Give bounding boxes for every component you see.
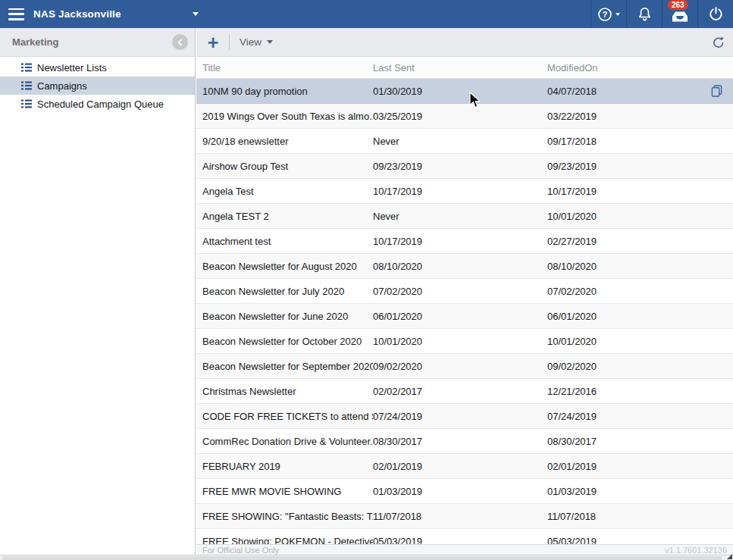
notification-count-badge: 263	[668, 0, 688, 10]
app-window: NAS Jacksonville ?	[0, 0, 733, 560]
resize-grip-icon[interactable]	[727, 554, 732, 559]
row-modified-on: 07/02/2020	[547, 286, 700, 297]
row-title: Christmas Newsletter	[202, 386, 373, 397]
row-last-sent: Never	[373, 211, 547, 222]
row-title: FEBRUARY 2019	[202, 461, 373, 472]
chevron-down-icon	[616, 13, 620, 16]
row-last-sent: 06/01/2020	[373, 311, 547, 322]
bell-icon	[637, 6, 653, 22]
row-last-sent: 09/23/2019	[373, 161, 547, 172]
inbox-icon	[671, 11, 689, 23]
sidebar-collapse-button[interactable]	[172, 34, 188, 50]
sidebar-items: Newsletter Lists Campaigns S	[0, 57, 195, 113]
row-title: CODE FOR FREE TICKETS to attend S...	[202, 411, 373, 422]
inbox-button[interactable]: 263	[662, 0, 697, 28]
row-last-sent: 01/30/2019	[373, 86, 547, 97]
table-row[interactable]: Beacon Newsletter for June 2020 06/01/20…	[196, 304, 733, 329]
row-title: 2019 Wings Over South Texas is almo...	[202, 111, 373, 122]
sidebar-item-label: Campaigns	[37, 80, 87, 92]
sidebar-item-label: Newsletter Lists	[37, 62, 107, 74]
table-row[interactable]: Beacon Newsletter for October 2020 10/01…	[196, 329, 733, 354]
row-modified-on: 09/17/2018	[547, 136, 700, 147]
table-row[interactable]: CODE FOR FREE TICKETS to attend S... 07/…	[196, 404, 733, 429]
svg-text:?: ?	[602, 10, 607, 19]
page-title: NAS Jacksonville	[33, 8, 121, 20]
table-body: 10NM 90 day promotion 01/30/2019 04/07/2…	[196, 79, 733, 554]
table-row[interactable]: 2019 Wings Over South Texas is almo... 0…	[196, 104, 733, 129]
toolbar-divider	[229, 35, 230, 49]
row-title: Airshow Group Test	[202, 161, 373, 172]
table-row[interactable]: Beacon Newsletter for August 2020 08/10/…	[196, 254, 733, 279]
row-modified-on: 01/03/2019	[547, 486, 700, 497]
row-modified-on: 03/22/2019	[547, 111, 700, 122]
sidebar-item-scheduled-campaign-queue[interactable]: Scheduled Campaign Queue	[0, 95, 195, 113]
logout-button[interactable]	[697, 0, 733, 28]
help-icon: ?	[597, 7, 612, 22]
status-bar: For Official Use Only v1.1.7601.32136	[196, 544, 733, 555]
copy-icon[interactable]	[711, 84, 722, 98]
table-row[interactable]: Beacon Newsletter for September 2020 09/…	[196, 354, 733, 379]
table-row[interactable]: FEBRUARY 2019 02/01/2019 02/01/2019	[196, 454, 733, 479]
row-modified-on: 08/30/2017	[547, 436, 700, 447]
column-header-title[interactable]: Title	[202, 62, 373, 74]
chevron-down-icon	[193, 12, 199, 16]
scrollbar-thumb[interactable]	[2, 556, 722, 560]
row-modified-on: 11/07/2018	[547, 511, 700, 522]
sidebar-item-newsletter-lists[interactable]: Newsletter Lists	[0, 58, 195, 77]
row-last-sent: 10/17/2019	[373, 236, 547, 247]
horizontal-scrollbar[interactable]	[0, 555, 733, 560]
row-last-sent: 02/02/2017	[373, 386, 547, 397]
table-row[interactable]: 9/20/18 enewsletter Never 09/17/2018	[196, 129, 733, 154]
row-modified-on: 04/07/2018	[547, 86, 700, 97]
table-row[interactable]: 10NM 90 day promotion 01/30/2019 04/07/2…	[196, 79, 733, 104]
power-icon	[708, 6, 724, 22]
row-modified-on: 07/24/2019	[547, 411, 700, 422]
view-dropdown[interactable]: View	[240, 36, 273, 48]
row-title: FREE MWR MOVIE SHOWING	[202, 486, 373, 497]
table-row[interactable]: FREE MWR MOVIE SHOWING 01/03/2019 01/03/…	[196, 479, 733, 504]
notifications-button[interactable]	[626, 0, 662, 28]
row-title: 10NM 90 day promotion	[202, 86, 373, 97]
row-title: CommRec Donation Drive & Volunteer...	[202, 436, 373, 447]
column-header-modified-on[interactable]: ModifiedOn	[547, 62, 700, 74]
table-row[interactable]: Airshow Group Test 09/23/2019 09/23/2019	[196, 154, 733, 179]
version-label: v1.1.7601.32136	[665, 546, 727, 555]
row-modified-on: 09/02/2020	[547, 361, 700, 372]
row-title: FREE SHOWING: "Fantastic Beasts: T...	[202, 511, 373, 522]
row-last-sent: 09/02/2020	[373, 361, 547, 372]
column-header-last-sent[interactable]: Last Sent	[373, 62, 547, 74]
hamburger-icon[interactable]	[8, 8, 24, 20]
row-title: 9/20/18 enewsletter	[202, 136, 373, 147]
list-icon	[21, 81, 32, 90]
row-last-sent: 08/10/2020	[373, 261, 547, 272]
table-row[interactable]: Christmas Newsletter 02/02/2017 12/21/20…	[196, 379, 733, 404]
table-row[interactable]: Angela TEST 2 Never 10/01/2020	[196, 204, 733, 229]
table-row[interactable]: FREE SHOWING: "Fantastic Beasts: T... 11…	[196, 504, 733, 529]
row-title: Beacon Newsletter for July 2020	[202, 286, 373, 297]
row-last-sent: 08/30/2017	[373, 436, 547, 447]
sidebar-item-campaigns[interactable]: Campaigns	[0, 77, 195, 95]
table-row[interactable]: Beacon Newsletter for July 2020 07/02/20…	[196, 279, 733, 304]
row-modified-on: 10/01/2020	[547, 336, 700, 347]
chevron-down-icon	[267, 40, 273, 44]
table-row[interactable]: Attachment test 10/17/2019 02/27/2019	[196, 229, 733, 254]
site-dropdown[interactable]: NAS Jacksonville	[33, 8, 199, 20]
add-button[interactable]: +	[205, 33, 221, 52]
sidebar-header: Marketing	[0, 28, 195, 57]
row-modified-on: 08/10/2020	[547, 261, 700, 272]
row-title: Beacon Newsletter for October 2020	[202, 336, 373, 347]
row-last-sent: Never	[373, 136, 547, 147]
help-button[interactable]: ?	[590, 0, 626, 28]
sidebar: Marketing Newsletter Lists	[0, 28, 196, 555]
table-row[interactable]: CommRec Donation Drive & Volunteer... 08…	[196, 429, 733, 454]
row-last-sent: 07/02/2020	[373, 286, 547, 297]
row-last-sent: 11/07/2018	[373, 511, 547, 522]
refresh-button[interactable]	[712, 36, 725, 49]
row-modified-on: 02/27/2019	[547, 236, 700, 247]
row-title: Angela Test	[202, 186, 373, 197]
table-row[interactable]: Angela Test 10/17/2019 10/17/2019	[196, 179, 733, 204]
topbar-icons: ? 263	[590, 0, 733, 28]
row-last-sent: 03/25/2019	[373, 111, 547, 122]
row-last-sent: 10/17/2019	[373, 186, 547, 197]
row-title: Beacon Newsletter for June 2020	[202, 311, 373, 322]
